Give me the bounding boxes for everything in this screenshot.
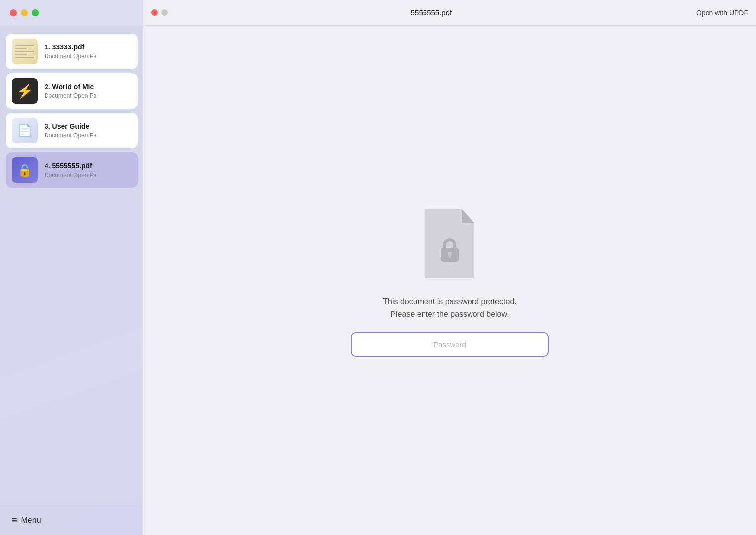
password-message-line1: This document is password protected.: [383, 295, 516, 308]
close-traffic-light[interactable]: [10, 9, 17, 16]
sidebar-item-4[interactable]: 🔒 4. 5555555.pdf Document Open Pa: [6, 152, 138, 188]
maximize-traffic-light[interactable]: [32, 9, 39, 16]
sidebar-thumb-2: ⚡: [12, 78, 38, 104]
open-with-updf-button[interactable]: Open with UPDF: [696, 9, 748, 17]
modal-close-button[interactable]: ×: [151, 9, 158, 16]
password-message: This document is password protected. Ple…: [383, 295, 516, 320]
sidebar-thumb-3: 📄: [12, 118, 38, 143]
sidebar-info-4: 4. 5555555.pdf Document Open Pa: [45, 162, 96, 178]
doc-icon: 📄: [17, 124, 32, 137]
minimize-traffic-light[interactable]: [21, 9, 28, 16]
modal-traffic-lights: ×: [151, 9, 168, 16]
sidebar-title-4: 4. 5555555.pdf: [45, 162, 96, 170]
hamburger-icon: ≡: [12, 515, 17, 526]
modal-titlebar: × 5555555.pdf Open with UPDF: [143, 0, 756, 26]
sidebar-title-3: 3. User Guide: [45, 122, 96, 130]
menu-button[interactable]: ≡ Menu: [12, 515, 41, 526]
sidebar-item-1[interactable]: 1. 33333.pdf Document Open Pa: [6, 34, 138, 69]
thumb-lines-1: [15, 45, 34, 58]
sidebar: 1. 33333.pdf Document Open Pa ⚡ 2. World…: [0, 26, 143, 535]
close-icon: ×: [153, 10, 156, 15]
lock-thumb-icon: 🔒: [17, 163, 32, 177]
sidebar-info-3: 3. User Guide Document Open Pa: [45, 122, 96, 139]
password-input-wrapper: [351, 332, 549, 357]
menu-label: Menu: [21, 516, 41, 525]
sidebar-item-3[interactable]: 📄 3. User Guide Document Open Pa: [6, 113, 138, 148]
sidebar-info-1: 1. 33333.pdf Document Open Pa: [45, 43, 96, 60]
modal-minimize-button[interactable]: [161, 9, 168, 16]
modal-title: 5555555.pdf: [174, 8, 689, 17]
bolt-icon: ⚡: [16, 83, 34, 99]
sidebar-subtitle-4: Document Open Pa: [45, 172, 96, 178]
sidebar-subtitle-2: Document Open Pa: [45, 92, 96, 99]
sidebar-item-2[interactable]: ⚡ 2. World of Mic Document Open Pa: [6, 73, 138, 109]
sidebar-title-1: 1. 33333.pdf: [45, 43, 96, 51]
sidebar-subtitle-1: Document Open Pa: [45, 53, 96, 60]
sidebar-thumb-4: 🔒: [12, 157, 38, 183]
sidebar-title-2: 2. World of Mic: [45, 83, 96, 90]
password-input[interactable]: [351, 332, 549, 357]
traffic-lights: [10, 9, 39, 16]
sidebar-thumb-1: [12, 39, 38, 64]
sidebar-info-2: 2. World of Mic Document Open Pa: [45, 83, 96, 99]
sidebar-subtitle-3: Document Open Pa: [45, 132, 96, 139]
svg-rect-2: [449, 254, 451, 258]
password-message-line2: Please enter the password below.: [383, 308, 516, 321]
locked-document-icon: [415, 204, 484, 283]
modal-body: This document is password protected. Ple…: [143, 26, 756, 535]
password-modal: × 5555555.pdf Open with UPDF: [143, 0, 756, 535]
